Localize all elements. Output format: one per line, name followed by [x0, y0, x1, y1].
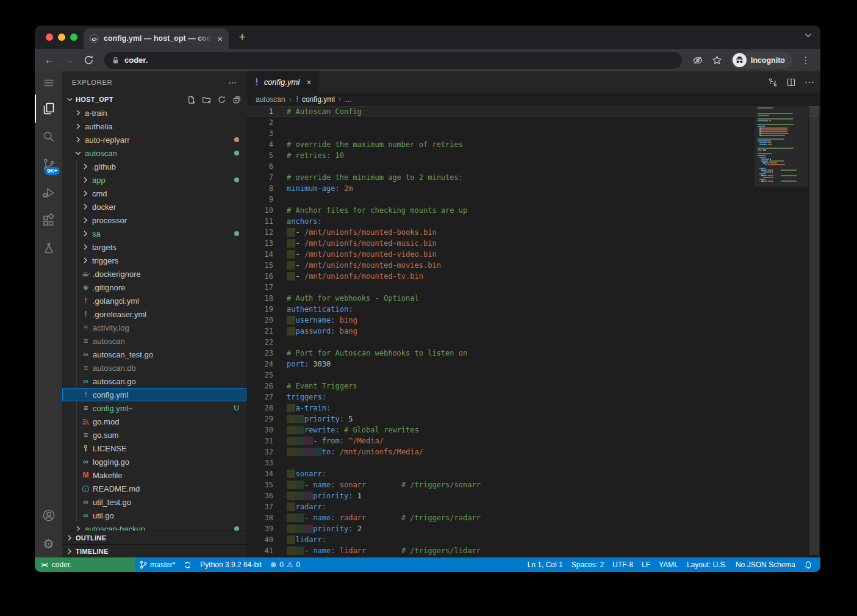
- reload-icon[interactable]: [80, 52, 97, 69]
- code-line-38[interactable]: 38 - name: radarr # /triggers/radarr: [246, 512, 820, 523]
- code-line-4[interactable]: 4# override the maximum number of retrie…: [246, 139, 820, 150]
- gear-icon[interactable]: ⚙: [35, 529, 62, 557]
- close-tab-icon[interactable]: ×: [217, 34, 223, 43]
- forward-icon[interactable]: →: [60, 52, 77, 69]
- code-line-19[interactable]: 19authentication:: [246, 304, 820, 315]
- tree-item-app[interactable]: app: [62, 173, 246, 187]
- code-line-36[interactable]: 36 priority: 1: [246, 490, 820, 501]
- refresh-icon[interactable]: [217, 95, 226, 104]
- code-line-30[interactable]: 30 rewrite: # Global rewrites: [246, 424, 820, 435]
- code-line-13[interactable]: 13 - /mnt/unionfs/mounted-music.bin: [246, 238, 820, 249]
- tree-item-go-sum[interactable]: ≡go.sum: [62, 428, 246, 442]
- tree-item-sa[interactable]: sa: [62, 227, 246, 240]
- tree-item--gitignore[interactable]: ◆.gitignore: [62, 281, 246, 294]
- sidebar-item-search[interactable]: [35, 123, 62, 151]
- workspace-root-row[interactable]: HOST_OPT: [62, 93, 246, 106]
- code-line-14[interactable]: 14 - /mnt/unionfs/mounted-video.bin: [246, 249, 820, 260]
- tree-item-util-go[interactable]: ∞util.go: [62, 509, 246, 522]
- sidebar-item-testing[interactable]: [35, 235, 62, 263]
- tree-item-activity-log[interactable]: ≡activity.log: [62, 321, 246, 334]
- tree-item-go-mod[interactable]: go.mod: [62, 415, 246, 428]
- new-file-icon[interactable]: [187, 95, 196, 104]
- sync-button[interactable]: [179, 557, 196, 572]
- notifications-bell-icon[interactable]: [800, 557, 817, 572]
- code-line-29[interactable]: 29 priority: 5: [246, 414, 820, 424]
- browser-menu-icon[interactable]: ⋮: [797, 52, 814, 69]
- bookmark-star-icon[interactable]: [709, 52, 726, 69]
- tab-search-chevron-icon[interactable]: [805, 33, 812, 38]
- sidebar-item-extensions[interactable]: [35, 207, 62, 235]
- code-line-5[interactable]: 5# retries: 10: [246, 150, 820, 161]
- tree-item-autoscan-db[interactable]: ≡autoscan.db: [62, 361, 246, 374]
- split-editor-icon[interactable]: [786, 77, 796, 87]
- close-window-button[interactable]: [46, 34, 53, 41]
- tree-item-autoscan-test-go[interactable]: ∞autoscan_test.go: [62, 348, 246, 361]
- timeline-section[interactable]: TIMELINE: [62, 544, 246, 557]
- tree-item--dockerignore[interactable]: .dockerignore: [62, 267, 246, 281]
- code-line-22[interactable]: 22: [246, 337, 820, 348]
- keyboard-layout[interactable]: Layout: U.S.: [683, 557, 731, 572]
- tree-item-readme-md[interactable]: README.md: [62, 482, 246, 495]
- account-icon[interactable]: [35, 501, 62, 529]
- encoding-status[interactable]: UTF-8: [608, 557, 637, 572]
- json-schema-status[interactable]: No JSON Schema: [731, 557, 800, 572]
- eol-status[interactable]: LF: [637, 557, 654, 572]
- branch-status[interactable]: master*: [135, 557, 179, 572]
- code-line-23[interactable]: 23# Port for Autoscan webhooks to listen…: [246, 348, 820, 359]
- code-line-28[interactable]: 28 a-train:: [246, 403, 820, 414]
- tree-item-autoscan[interactable]: ≡autoscan: [62, 334, 246, 348]
- tree-item--goreleaser-yml[interactable]: !.goreleaser.yml: [62, 307, 246, 321]
- code-line-16[interactable]: 16 - /mnt/unionfs/mounted-tv.bin: [246, 271, 820, 282]
- browser-tab[interactable]: config.yml — host_opt — code ×: [84, 28, 229, 49]
- code-line-21[interactable]: 21 password: bang: [246, 326, 820, 337]
- address-bar[interactable]: coder.: [104, 52, 682, 69]
- minimap[interactable]: [755, 106, 808, 557]
- tree-item-autoscan-backup[interactable]: autoscan-backup: [62, 522, 246, 531]
- outline-section[interactable]: OUTLINE: [62, 531, 246, 544]
- tree-item-processor[interactable]: processor: [62, 213, 246, 227]
- cursor-position[interactable]: Ln 1, Col 1: [523, 557, 567, 572]
- code-line-8[interactable]: 8minimum-age: 2m: [246, 183, 820, 194]
- new-tab-button[interactable]: +: [234, 29, 251, 46]
- breadcrumb-folder[interactable]: autoscan: [256, 95, 285, 104]
- code-line-26[interactable]: 26# Event Triggers: [246, 381, 820, 392]
- code-line-7[interactable]: 7# override the minimum age to 2 minutes…: [246, 172, 820, 183]
- code-line-20[interactable]: 20 username: bing: [246, 315, 820, 326]
- code-line-10[interactable]: 10# Anchor files for checking mounts are…: [246, 205, 820, 216]
- problems-status[interactable]: ⊗ 0 ⚠ 0: [266, 557, 304, 572]
- code-line-32[interactable]: 32 to: /mnt/unionfs/Media/: [246, 446, 820, 457]
- close-icon[interactable]: ×: [306, 77, 311, 87]
- back-icon[interactable]: ←: [41, 52, 58, 69]
- tree-item-targets[interactable]: targets: [62, 240, 246, 254]
- code-line-31[interactable]: 31 - from: ^/Media/: [246, 435, 820, 446]
- code-line-39[interactable]: 39 priority: 2: [246, 523, 820, 534]
- explorer-more-icon[interactable]: ⋯: [228, 77, 237, 87]
- tree-item-triggers[interactable]: triggers: [62, 254, 246, 267]
- indentation-status[interactable]: Spaces: 2: [567, 557, 608, 572]
- code-line-12[interactable]: 12 - /mnt/unionfs/mounted-books.bin: [246, 227, 820, 238]
- code-line-37[interactable]: 37 radarr:: [246, 501, 820, 512]
- editor-tab-config-yml[interactable]: ! config.yml ×: [246, 71, 318, 93]
- code-line-6[interactable]: 6: [246, 161, 820, 172]
- tree-item-docker[interactable]: docker: [62, 200, 246, 213]
- vertical-scrollbar[interactable]: [808, 106, 820, 557]
- code-editor[interactable]: 1# Autoscan Config234# override the maxi…: [246, 106, 820, 557]
- incognito-badge[interactable]: Incognito: [731, 52, 792, 69]
- code-line-3[interactable]: 3: [246, 128, 820, 139]
- tree-item-config-yml-[interactable]: ≡config.yml~U: [62, 401, 246, 415]
- code-line-41[interactable]: 41 - name: lidarr # /triggers/lidarr: [246, 545, 820, 556]
- code-line-24[interactable]: 24port: 3030: [246, 359, 820, 370]
- tree-item-authelia[interactable]: authelia: [62, 120, 246, 133]
- remote-indicator[interactable]: >< coder.: [35, 557, 135, 572]
- tree-item-autoscan[interactable]: autoscan: [62, 146, 246, 160]
- tree-item-util-test-go[interactable]: ∞util_test.go: [62, 495, 246, 509]
- tree-item-a-train[interactable]: a-train: [62, 106, 246, 120]
- code-line-25[interactable]: 25: [246, 370, 820, 381]
- python-interpreter[interactable]: Python 3.9.2 64-bit: [196, 557, 266, 572]
- code-line-15[interactable]: 15 - /mnt/unionfs/mounted-movies.bin: [246, 260, 820, 271]
- code-line-2[interactable]: 2: [246, 117, 820, 128]
- code-line-11[interactable]: 11anchors:: [246, 216, 820, 227]
- tree-item-auto-replyarr[interactable]: auto-replyarr: [62, 133, 246, 146]
- minimize-window-button[interactable]: [58, 34, 65, 41]
- tree-item-cmd[interactable]: cmd: [62, 187, 246, 200]
